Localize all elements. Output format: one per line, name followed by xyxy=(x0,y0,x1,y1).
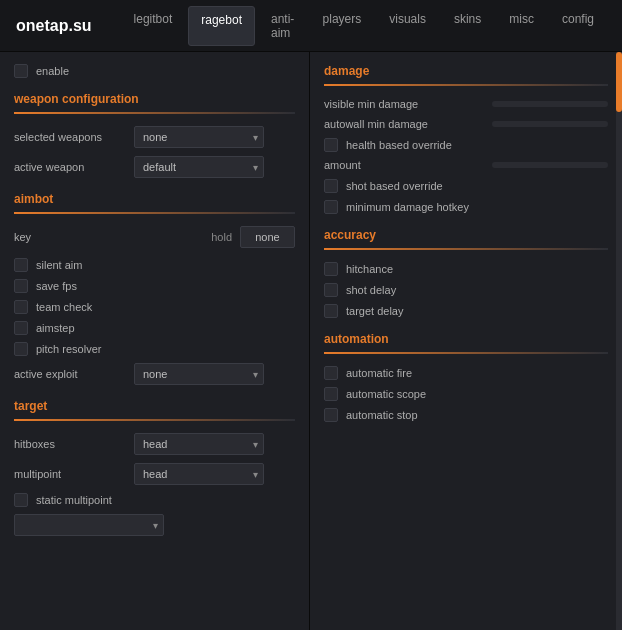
nav: legitbot ragebot anti-aim players visual… xyxy=(122,6,606,46)
visible-min-damage-slider[interactable] xyxy=(492,101,608,107)
hitchance-row: hitchance xyxy=(324,262,608,276)
accuracy-divider xyxy=(324,248,608,250)
active-exploit-dropdown-wrap: none xyxy=(134,363,264,385)
weapon-config-divider xyxy=(14,112,295,114)
automation-title: automation xyxy=(324,332,608,346)
main-content: enable weapon configuration selected wea… xyxy=(0,52,622,630)
hitboxes-label: hitboxes xyxy=(14,438,134,450)
automatic-fire-checkbox[interactable] xyxy=(324,366,338,380)
active-weapon-dropdown-wrap: default xyxy=(134,156,264,178)
multipoint-row: multipoint head xyxy=(14,463,295,485)
scrollbar-thumb[interactable] xyxy=(616,52,622,112)
weapon-config-title: weapon configuration xyxy=(14,92,295,106)
header: onetap.su legitbot ragebot anti-aim play… xyxy=(0,0,622,52)
health-based-override-row: health based override xyxy=(324,138,608,152)
nav-config[interactable]: config xyxy=(550,6,606,46)
target-delay-row: target delay xyxy=(324,304,608,318)
hitchance-checkbox[interactable] xyxy=(324,262,338,276)
team-check-row: team check xyxy=(14,300,295,314)
automatic-stop-checkbox[interactable] xyxy=(324,408,338,422)
nav-ragebot[interactable]: ragebot xyxy=(188,6,255,46)
right-panel: damage visible min damage autowall min d… xyxy=(310,52,622,630)
damage-section: damage visible min damage autowall min d… xyxy=(324,64,608,214)
nav-visuals[interactable]: visuals xyxy=(377,6,438,46)
keybind-row: key hold none xyxy=(14,226,295,248)
target-section: target hitboxes head multipoint head xyxy=(14,399,295,536)
multipoint-dropdown-wrap: head xyxy=(134,463,264,485)
multipoint-select[interactable]: head xyxy=(134,463,264,485)
shot-delay-checkbox[interactable] xyxy=(324,283,338,297)
enable-label: enable xyxy=(36,65,69,77)
automatic-stop-label: automatic stop xyxy=(346,409,418,421)
extra-select[interactable] xyxy=(14,514,164,536)
accuracy-title: accuracy xyxy=(324,228,608,242)
team-check-label: team check xyxy=(36,301,92,313)
active-exploit-row: active exploit none xyxy=(14,363,295,385)
save-fps-row: save fps xyxy=(14,279,295,293)
pitch-resolver-checkbox[interactable] xyxy=(14,342,28,356)
automatic-stop-row: automatic stop xyxy=(324,408,608,422)
automatic-scope-label: automatic scope xyxy=(346,388,426,400)
target-delay-label: target delay xyxy=(346,305,403,317)
team-check-checkbox[interactable] xyxy=(14,300,28,314)
nav-legitbot[interactable]: legitbot xyxy=(122,6,185,46)
static-multipoint-checkbox[interactable] xyxy=(14,493,28,507)
nav-players[interactable]: players xyxy=(311,6,374,46)
save-fps-label: save fps xyxy=(36,280,77,292)
key-bind-button[interactable]: none xyxy=(240,226,295,248)
amount-slider[interactable] xyxy=(492,162,608,168)
selected-weapons-select[interactable]: none xyxy=(134,126,264,148)
pitch-resolver-label: pitch resolver xyxy=(36,343,101,355)
aimstep-checkbox[interactable] xyxy=(14,321,28,335)
hitchance-label: hitchance xyxy=(346,263,393,275)
hitboxes-select[interactable]: head xyxy=(134,433,264,455)
hitboxes-row: hitboxes head xyxy=(14,433,295,455)
automation-section: automation automatic fire automatic scop… xyxy=(324,332,608,422)
nav-skins[interactable]: skins xyxy=(442,6,493,46)
target-divider xyxy=(14,419,295,421)
shot-delay-row: shot delay xyxy=(324,283,608,297)
shot-delay-label: shot delay xyxy=(346,284,396,296)
active-weapon-label: active weapon xyxy=(14,161,134,173)
accuracy-section: accuracy hitchance shot delay target del… xyxy=(324,228,608,318)
key-mode: hold xyxy=(211,231,232,243)
minimum-damage-hotkey-checkbox[interactable] xyxy=(324,200,338,214)
minimum-damage-hotkey-label: minimum damage hotkey xyxy=(346,201,469,213)
active-weapon-row: active weapon default xyxy=(14,156,295,178)
active-weapon-select[interactable]: default xyxy=(134,156,264,178)
extra-dropdown-wrap xyxy=(14,514,164,536)
aimstep-label: aimstep xyxy=(36,322,75,334)
shot-based-override-checkbox[interactable] xyxy=(324,179,338,193)
active-exploit-label: active exploit xyxy=(14,368,134,380)
hitboxes-dropdown-wrap: head xyxy=(134,433,264,455)
pitch-resolver-row: pitch resolver xyxy=(14,342,295,356)
shot-based-override-label: shot based override xyxy=(346,180,443,192)
shot-based-override-row: shot based override xyxy=(324,179,608,193)
automation-divider xyxy=(324,352,608,354)
automatic-scope-checkbox[interactable] xyxy=(324,387,338,401)
amount-row: amount xyxy=(324,159,608,171)
weapon-config-section: weapon configuration selected weapons no… xyxy=(14,92,295,178)
health-based-override-checkbox[interactable] xyxy=(324,138,338,152)
silent-aim-checkbox[interactable] xyxy=(14,258,28,272)
nav-anti-aim[interactable]: anti-aim xyxy=(259,6,307,46)
damage-title: damage xyxy=(324,64,608,78)
active-exploit-select[interactable]: none xyxy=(134,363,264,385)
scrollbar[interactable] xyxy=(616,52,622,630)
target-delay-checkbox[interactable] xyxy=(324,304,338,318)
extra-dropdown-row xyxy=(14,514,295,536)
static-multipoint-row: static multipoint xyxy=(14,493,295,507)
target-title: target xyxy=(14,399,295,413)
save-fps-checkbox[interactable] xyxy=(14,279,28,293)
nav-misc[interactable]: misc xyxy=(497,6,546,46)
autowall-min-damage-slider[interactable] xyxy=(492,121,608,127)
autowall-min-damage-row: autowall min damage xyxy=(324,118,608,130)
selected-weapons-dropdown-wrap: none xyxy=(134,126,264,148)
silent-aim-label: silent aim xyxy=(36,259,82,271)
aimstep-row: aimstep xyxy=(14,321,295,335)
enable-checkbox[interactable] xyxy=(14,64,28,78)
aimbot-title: aimbot xyxy=(14,192,295,206)
key-label: key xyxy=(14,231,31,243)
damage-divider xyxy=(324,84,608,86)
multipoint-label: multipoint xyxy=(14,468,134,480)
